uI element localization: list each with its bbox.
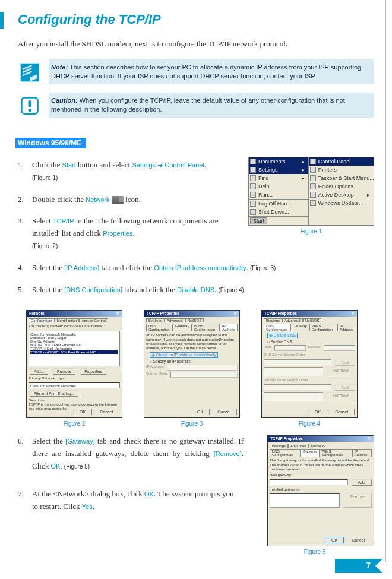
- settings-keyword: Settings: [132, 162, 156, 169]
- cancel-button: Cancel: [93, 409, 119, 415]
- close-icon: ✕: [233, 311, 237, 316]
- disable-dns-keyword: Disable DNS: [177, 286, 214, 293]
- figure2-ref: (Figure 2): [32, 243, 58, 249]
- page-number-badge: 7: [335, 559, 382, 573]
- network-icon: [112, 196, 124, 204]
- intro-text: After you install the SHDSL modem, next …: [18, 39, 374, 49]
- caution-label: Caution:: [51, 97, 78, 104]
- caution-icon: [20, 96, 40, 116]
- dns-tab-keyword: [DNS Configuration]: [64, 286, 122, 293]
- network-dialog-title: Network: [29, 311, 45, 316]
- step-2: Double-click the Network icon.: [18, 194, 374, 206]
- figure5-ref: (Figure 5): [64, 463, 90, 470]
- control-panel-keyword: Control Panel: [165, 162, 204, 169]
- ipaddress-tab-keyword: [IP Address]: [64, 264, 99, 271]
- step-7: At the <Network> dialog box, click OK. T…: [18, 488, 238, 513]
- close-icon: ✕: [351, 311, 355, 316]
- close-icon: ✕: [116, 311, 119, 316]
- ok-keyword-2: OK: [144, 491, 154, 498]
- note-callout: Note: This section describes how to set …: [18, 59, 374, 84]
- remove-keyword: [Remove]: [214, 450, 242, 457]
- caution-callout: Caution: When you configure the TCP/IP, …: [18, 93, 374, 118]
- caution-text: When you configure the TCP/IP, leave the…: [51, 97, 345, 113]
- tcpip-keyword: TCP/IP: [53, 217, 74, 224]
- step-4: Select the [IP Address] tab and click th…: [18, 262, 374, 274]
- tcpip-dns-dialog-title: TCP/IP Properties: [264, 311, 297, 316]
- start-keyword: Start: [62, 162, 76, 169]
- svg-rect-2: [28, 100, 31, 107]
- obtain-ip-keyword: Obtain IP address automatically: [154, 264, 246, 271]
- note-text: This section describes how to set your P…: [51, 64, 361, 80]
- tcpip-dialog-title: TCP/IP Properties: [147, 311, 179, 316]
- page-number: 7: [366, 561, 371, 569]
- figure3-block: TCP/IP Properties✕ BindingsAdvancedNetBI…: [144, 310, 240, 427]
- network-keyword: Network: [86, 196, 109, 203]
- gateway-tab-keyword: [Gateway]: [65, 438, 95, 445]
- figure3-caption: Figure 3: [144, 420, 240, 427]
- ok-button: OK: [73, 409, 92, 415]
- step-1: Click the Start button and select Settin…: [18, 159, 374, 184]
- note-label: Note:: [51, 64, 68, 71]
- figure4-caption: Figure 4: [261, 420, 358, 427]
- figure2-block: Network✕ ConfigurationIdentificationAcce…: [26, 310, 122, 427]
- figure5-caption: Figure 5: [255, 549, 374, 555]
- figure3-ref: (Figure 3): [250, 265, 276, 271]
- ok-keyword: OK: [50, 463, 60, 470]
- figure1-ref: (Figure 1): [32, 175, 58, 181]
- step-6: Select the [Gateway] tab and check there…: [18, 435, 244, 472]
- figure2-caption: Figure 2: [26, 420, 122, 427]
- note-icon: [20, 62, 40, 83]
- yes-keyword: Yes: [82, 503, 93, 510]
- section-windows: Windows 95/98/ME: [15, 138, 86, 148]
- properties-keyword: Properties: [103, 230, 132, 237]
- step-3: Select TCP/IP in the 'The following netw…: [18, 215, 374, 252]
- svg-point-3: [28, 109, 31, 112]
- page-title: Configuring the TCP/IP: [18, 12, 374, 27]
- step-5: Select the [DNS Configuration] tab and c…: [18, 284, 374, 296]
- figure4-block: TCP/IP Properties✕ BindingsAdvancedNetBI…: [261, 310, 358, 427]
- figure4-ref: (Figure 4): [219, 287, 244, 293]
